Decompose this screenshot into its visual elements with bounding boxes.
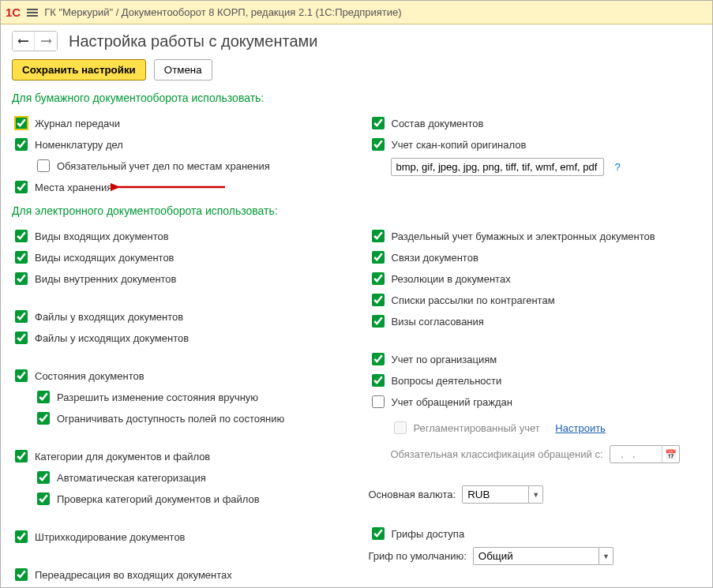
chk-categories-label: Категории для документов и файлов	[35, 451, 210, 463]
dropdown-icon[interactable]: ▼	[599, 547, 614, 565]
chk-barcode[interactable]: Штрихкодирование документов	[12, 528, 345, 545]
chk-states-label: Состояния документов	[35, 370, 144, 382]
chk-limit-fields[interactable]: Ограничивать доступность полей по состоя…	[34, 410, 345, 427]
chk-incoming-label: Виды входящих документов	[35, 230, 169, 242]
chk-nomenclature[interactable]: Номенклатуру дел	[12, 136, 345, 153]
chk-journal[interactable]: Журнал передачи	[12, 114, 345, 132]
currency-label: Основная валюта:	[369, 489, 456, 500]
chk-mandatory[interactable]: Обязательный учет дел по местам хранения	[34, 157, 345, 174]
stamp-default-label: Гриф по умолчанию:	[369, 550, 467, 562]
stamp-default-combo[interactable]: ▼	[473, 547, 614, 565]
chk-states[interactable]: Состояния документов	[12, 367, 345, 384]
chk-resolutions[interactable]: Резолюции в документах	[369, 270, 702, 287]
chk-redirect[interactable]: Переадресация во входящих документах	[12, 566, 345, 583]
chk-by-org-label: Учет по организациям	[392, 354, 497, 365]
chk-citizens[interactable]: Учет обращений граждан	[369, 393, 702, 410]
help-icon[interactable]: ?	[615, 161, 621, 173]
chk-links[interactable]: Связи документов	[369, 249, 702, 266]
chk-check-cat-label: Проверка категорий документов и файлов	[57, 493, 260, 505]
chk-activities-label: Вопросы деятельности	[392, 375, 502, 387]
chk-activities[interactable]: Вопросы деятельности	[369, 372, 702, 389]
chk-files-outgoing[interactable]: Файлы у исходящих документов	[12, 329, 345, 346]
app-header: 1С ГК "Меркурий" / Документооборот 8 КОР…	[1, 1, 712, 24]
currency-combo[interactable]: ▼	[462, 485, 543, 504]
nav-back-button[interactable]: 🠔	[13, 32, 35, 51]
chk-mandatory-label: Обязательный учет дел по местам хранения	[57, 160, 270, 172]
chk-allow-manual[interactable]: Разрешить изменение состояния вручную	[34, 388, 345, 406]
chk-regulated-label: Регламентированный учет	[414, 422, 540, 434]
chk-stamps-label: Грифы доступа	[392, 528, 465, 540]
chk-approval[interactable]: Визы согласования	[369, 313, 702, 330]
chk-approval-label: Визы согласования	[392, 316, 484, 328]
chk-files-incoming-label: Файлы у входящих документов	[35, 311, 183, 323]
chk-journal-label: Журнал передачи	[35, 118, 120, 129]
chk-limit-fields-label: Ограничивать доступность полей по состоя…	[57, 413, 284, 425]
configure-link[interactable]: Настроить	[555, 422, 606, 434]
chk-nomenclature-label: Номенклатуру дел	[35, 139, 123, 151]
chk-stamps[interactable]: Грифы доступа	[369, 525, 702, 542]
chk-scan[interactable]: Учет скан-копий оригиналов	[369, 136, 702, 153]
chk-allow-manual-label: Разрешить изменение состояния вручную	[57, 391, 258, 403]
section-electronic-title: Для электронного документооборота исполь…	[12, 204, 701, 217]
hamburger-icon[interactable]	[27, 9, 38, 17]
chk-incoming[interactable]: Виды входящих документов	[12, 227, 345, 245]
chk-links-label: Связи документов	[392, 252, 478, 264]
chk-mailing-label: Списки рассылки по контрагентам	[392, 294, 555, 306]
chk-mailing[interactable]: Списки рассылки по контрагентам	[369, 291, 702, 309]
chk-outgoing-label: Виды исходящих документов	[35, 252, 174, 264]
dropdown-icon[interactable]: ▼	[529, 485, 543, 504]
chk-files-outgoing-label: Файлы у исходящих документов	[35, 332, 189, 344]
section-paper-title: Для бумажного документооборота использов…	[12, 92, 701, 104]
chk-composition-label: Состав документов	[392, 118, 484, 129]
chk-files-incoming[interactable]: Файлы у входящих документов	[12, 308, 345, 325]
chk-regulated: Регламентированный учет	[391, 419, 540, 436]
logo-1c: 1С	[6, 6, 21, 19]
chk-internal[interactable]: Виды внутренних документов	[12, 270, 345, 287]
chk-barcode-label: Штрихкодирование документов	[35, 531, 186, 543]
chk-separate[interactable]: Раздельный учет бумажных и электронных д…	[369, 227, 702, 245]
save-button[interactable]: Сохранить настройки	[12, 59, 146, 81]
chk-resolutions-label: Резолюции в документах	[392, 273, 511, 285]
chk-scan-label: Учет скан-копий оригиналов	[392, 139, 527, 151]
chk-auto-cat[interactable]: Автоматическая категоризация	[34, 469, 345, 486]
chk-redirect-label: Переадресация во входящих документах	[35, 569, 232, 581]
cancel-button[interactable]: Отмена	[154, 59, 212, 81]
chk-check-cat[interactable]: Проверка категорий документов и файлов	[34, 490, 345, 507]
calendar-icon[interactable]: 📅	[662, 446, 679, 463]
chk-citizens-label: Учет обращений граждан	[392, 396, 513, 408]
chk-separate-label: Раздельный учет бумажных и электронных д…	[392, 230, 655, 242]
chk-outgoing[interactable]: Виды исходящих документов	[12, 249, 345, 266]
stamp-default-input[interactable]	[473, 547, 599, 565]
currency-input[interactable]	[462, 485, 529, 504]
chk-storage-label: Места хранения	[35, 182, 112, 193]
nav-forward-button[interactable]: 🠖	[35, 32, 57, 51]
date-field[interactable]	[610, 446, 662, 463]
header-title: ГК "Меркурий" / Документооборот 8 КОРП, …	[44, 6, 401, 18]
chk-by-org[interactable]: Учет по организациям	[369, 350, 702, 368]
chk-internal-label: Виды внутренних документов	[35, 273, 177, 285]
arrow-annotation-icon	[111, 180, 229, 194]
file-formats-input[interactable]	[391, 158, 604, 176]
chk-composition[interactable]: Состав документов	[369, 114, 702, 132]
chk-categories[interactable]: Категории для документов и файлов	[12, 448, 345, 465]
classification-date-input[interactable]: 📅	[610, 445, 680, 463]
classification-label: Обязательная классификация обращений с:	[391, 448, 603, 460]
nav-buttons: 🠔 🠖	[12, 31, 58, 51]
page-title: Настройка работы с документами	[69, 32, 318, 51]
chk-auto-cat-label: Автоматическая категоризация	[57, 472, 206, 484]
